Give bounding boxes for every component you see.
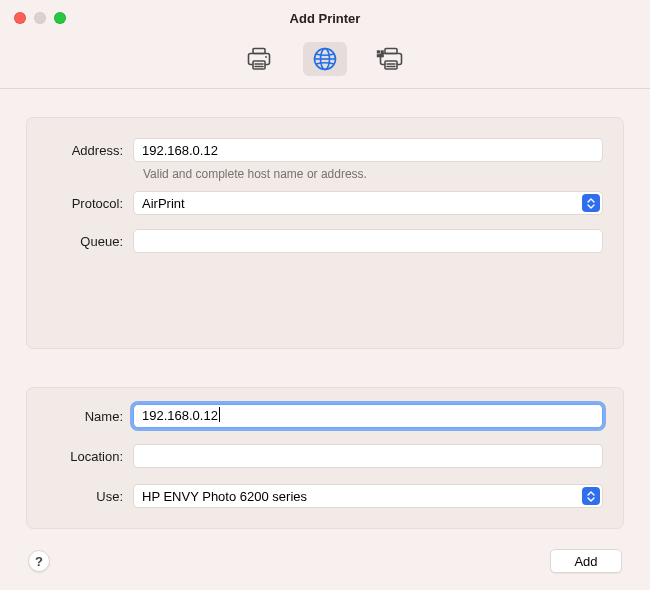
toolbar bbox=[0, 36, 650, 88]
location-input[interactable] bbox=[133, 444, 603, 468]
name-label: Name: bbox=[37, 409, 133, 424]
location-label: Location: bbox=[37, 449, 133, 464]
svg-rect-14 bbox=[377, 50, 380, 53]
window-controls bbox=[14, 12, 66, 24]
protocol-select[interactable]: AirPrint bbox=[133, 191, 603, 215]
help-icon: ? bbox=[35, 554, 43, 569]
add-button-label: Add bbox=[574, 554, 597, 569]
protocol-label: Protocol: bbox=[37, 196, 133, 211]
queue-input[interactable] bbox=[133, 229, 603, 253]
chevron-updown-icon bbox=[582, 194, 600, 212]
queue-label: Queue: bbox=[37, 234, 133, 249]
titlebar: Add Printer bbox=[0, 0, 650, 36]
svg-rect-11 bbox=[385, 61, 397, 69]
name-input[interactable] bbox=[133, 404, 603, 428]
help-button[interactable]: ? bbox=[28, 550, 50, 572]
window-title: Add Printer bbox=[0, 11, 650, 26]
svg-rect-2 bbox=[253, 61, 265, 69]
svg-rect-16 bbox=[377, 54, 380, 57]
tab-windows[interactable] bbox=[369, 42, 413, 76]
chevron-updown-icon bbox=[582, 487, 600, 505]
tab-ip[interactable] bbox=[303, 42, 347, 76]
svg-rect-15 bbox=[381, 50, 384, 53]
footer: ? Add bbox=[0, 532, 650, 590]
tab-default[interactable] bbox=[237, 42, 281, 76]
address-input[interactable] bbox=[133, 138, 603, 162]
connection-panel: Address: Valid and complete host name or… bbox=[26, 117, 624, 349]
svg-rect-17 bbox=[381, 54, 384, 57]
address-label: Address: bbox=[37, 143, 133, 158]
use-label: Use: bbox=[37, 489, 133, 504]
add-button[interactable]: Add bbox=[550, 549, 622, 573]
printer-icon bbox=[246, 47, 272, 71]
protocol-value: AirPrint bbox=[142, 196, 185, 211]
windows-printer-icon bbox=[376, 47, 406, 71]
ip-globe-icon bbox=[312, 46, 338, 72]
close-window-button[interactable] bbox=[14, 12, 26, 24]
minimize-window-button[interactable] bbox=[34, 12, 46, 24]
printer-details-panel: Name: 192.168.0.12 Location: Use: bbox=[26, 387, 624, 529]
fullscreen-window-button[interactable] bbox=[54, 12, 66, 24]
address-hint: Valid and complete host name or address. bbox=[143, 167, 603, 181]
add-printer-window: Add Printer bbox=[0, 0, 650, 590]
content: Address: Valid and complete host name or… bbox=[0, 89, 650, 529]
svg-point-5 bbox=[265, 56, 267, 58]
use-select[interactable]: HP ENVY Photo 6200 series bbox=[133, 484, 603, 508]
use-value: HP ENVY Photo 6200 series bbox=[142, 489, 307, 504]
